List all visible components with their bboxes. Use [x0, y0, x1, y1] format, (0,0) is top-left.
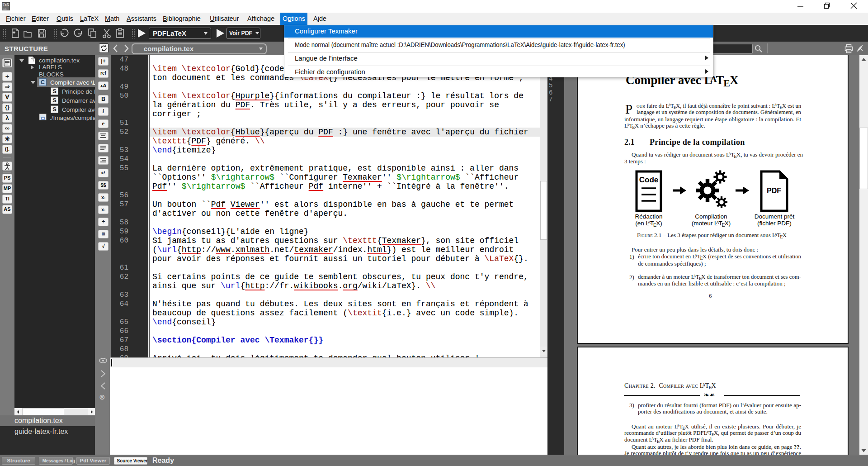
svg-text:PDF: PDF: [767, 187, 781, 195]
svg-text:Code: Code: [639, 176, 659, 184]
